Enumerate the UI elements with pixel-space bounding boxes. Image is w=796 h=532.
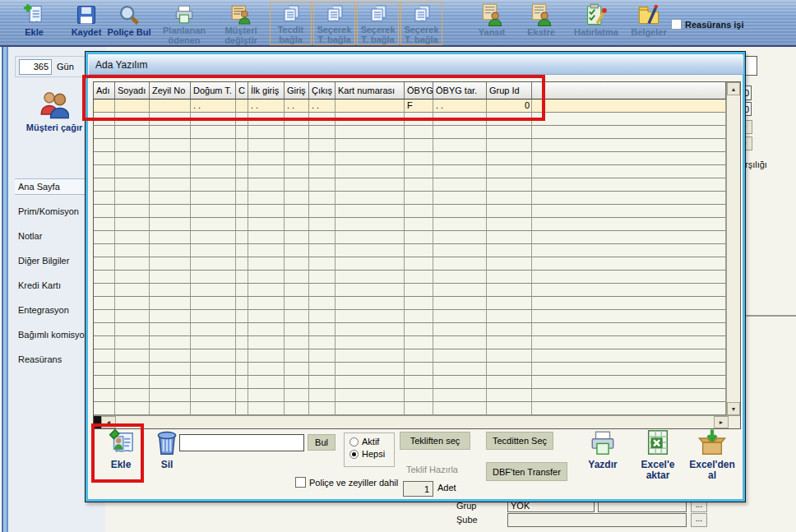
grid-cell[interactable] bbox=[236, 152, 248, 165]
grid-cell[interactable] bbox=[236, 376, 248, 389]
grid-cell[interactable] bbox=[309, 284, 336, 297]
grid-horizontal-scrollbar[interactable]: ◄ ► bbox=[94, 415, 741, 428]
grid-cell[interactable] bbox=[309, 402, 336, 415]
grid-cell[interactable] bbox=[309, 126, 336, 139]
grid-row[interactable] bbox=[94, 376, 726, 389]
grid-cell[interactable] bbox=[115, 297, 150, 310]
grid-cell[interactable] bbox=[285, 271, 309, 284]
reasurans-isi-checkbox[interactable] bbox=[671, 19, 682, 30]
grid-cell[interactable] bbox=[248, 244, 285, 257]
grid-cell[interactable] bbox=[285, 126, 309, 139]
grid-cell[interactable] bbox=[487, 113, 532, 126]
grid-cell[interactable] bbox=[532, 205, 726, 218]
days-input[interactable] bbox=[19, 59, 52, 75]
toolbar-yansit-button[interactable]: Yansıt bbox=[469, 2, 515, 45]
grid-cell[interactable] bbox=[487, 165, 532, 178]
grid-cell[interactable] bbox=[150, 139, 191, 152]
grid-cell[interactable] bbox=[115, 389, 150, 402]
grid-cell[interactable] bbox=[532, 178, 726, 192]
grid-cell[interactable] bbox=[532, 310, 726, 323]
grid-cell[interactable] bbox=[532, 152, 726, 165]
dialog-title-bar[interactable]: Ada Yazılım bbox=[89, 55, 743, 75]
grid-cell[interactable] bbox=[336, 165, 405, 178]
grid-cell[interactable] bbox=[150, 310, 191, 323]
grid-cell[interactable] bbox=[236, 402, 248, 415]
grid-cell[interactable] bbox=[236, 257, 248, 271]
grid-cell[interactable] bbox=[285, 323, 309, 336]
grid-cell[interactable] bbox=[405, 389, 433, 402]
grid-row[interactable] bbox=[94, 336, 726, 349]
column-header-5[interactable]: İlk giriş bbox=[248, 82, 285, 99]
grid-cell[interactable] bbox=[487, 152, 532, 165]
grid-cell[interactable] bbox=[285, 389, 309, 402]
grid-cell[interactable] bbox=[309, 113, 336, 126]
grid-cell[interactable] bbox=[309, 297, 336, 310]
grid-cell[interactable] bbox=[236, 99, 248, 113]
grid-cell[interactable] bbox=[487, 376, 532, 389]
grid-row[interactable] bbox=[94, 218, 726, 231]
grid-cell[interactable] bbox=[236, 139, 248, 152]
grid-cell[interactable] bbox=[236, 205, 248, 218]
grid-row[interactable] bbox=[94, 192, 726, 205]
grid-cell[interactable] bbox=[336, 297, 405, 310]
grid-cell[interactable] bbox=[405, 323, 433, 336]
grid-row[interactable] bbox=[94, 231, 726, 244]
grid-row[interactable] bbox=[94, 126, 726, 139]
grid-cell[interactable] bbox=[236, 271, 248, 284]
grid-cell[interactable] bbox=[115, 152, 150, 165]
grid-cell[interactable] bbox=[433, 310, 487, 323]
sube-browse-button[interactable]: ... bbox=[691, 513, 707, 527]
grid-cell[interactable] bbox=[336, 389, 405, 402]
grid-cell[interactable] bbox=[191, 363, 236, 376]
grid-cell[interactable] bbox=[150, 99, 191, 113]
grid-cell[interactable] bbox=[236, 336, 248, 349]
sube-value-field[interactable] bbox=[507, 513, 687, 527]
grid-cell[interactable] bbox=[191, 152, 236, 165]
grid-cell[interactable] bbox=[405, 244, 433, 257]
grid-cell[interactable] bbox=[94, 284, 115, 297]
grid-cell[interactable] bbox=[236, 389, 248, 402]
column-header-4[interactable]: C bbox=[236, 82, 248, 99]
grid-cell[interactable] bbox=[150, 323, 191, 336]
grid-cell[interactable] bbox=[336, 310, 405, 323]
grid-cell[interactable] bbox=[336, 257, 405, 271]
toolbar-police-bul-button[interactable]: Poliçe Bul bbox=[104, 2, 155, 45]
grid-cell[interactable] bbox=[487, 139, 532, 152]
grid-cell[interactable] bbox=[532, 126, 726, 139]
grid-cell[interactable] bbox=[309, 376, 336, 389]
grid-cell[interactable] bbox=[285, 192, 309, 205]
grid-cell[interactable] bbox=[236, 192, 248, 205]
grid-row[interactable] bbox=[94, 178, 726, 192]
grid-cell[interactable] bbox=[150, 192, 191, 205]
grid-cell[interactable] bbox=[191, 336, 236, 349]
grid-cell[interactable] bbox=[433, 113, 487, 126]
grid-cell[interactable] bbox=[433, 139, 487, 152]
grid-cell[interactable] bbox=[405, 363, 433, 376]
grid-cell[interactable] bbox=[115, 402, 150, 415]
grid-cell[interactable] bbox=[532, 113, 726, 126]
column-header-2[interactable]: Zeyil No bbox=[150, 82, 191, 99]
grid-cell[interactable] bbox=[191, 244, 236, 257]
grid-cell[interactable] bbox=[248, 297, 285, 310]
grid-cell[interactable] bbox=[94, 402, 115, 415]
grid-cell[interactable] bbox=[236, 165, 248, 178]
grid-cell[interactable] bbox=[433, 218, 487, 231]
grid-cell[interactable] bbox=[150, 231, 191, 244]
grid-cell[interactable] bbox=[94, 323, 115, 336]
grid-cell[interactable] bbox=[150, 284, 191, 297]
grid-cell[interactable] bbox=[285, 178, 309, 192]
grid-cell[interactable] bbox=[94, 389, 115, 402]
grid-cell[interactable] bbox=[405, 218, 433, 231]
grid-cell[interactable] bbox=[532, 376, 726, 389]
grid-cell[interactable] bbox=[285, 297, 309, 310]
grid-cell[interactable] bbox=[285, 165, 309, 178]
grid-cell[interactable] bbox=[405, 231, 433, 244]
grid-cell[interactable] bbox=[405, 113, 433, 126]
grid-cell[interactable] bbox=[336, 244, 405, 257]
grid-cell[interactable] bbox=[285, 152, 309, 165]
grid-cell[interactable] bbox=[336, 178, 405, 192]
grid-cell[interactable] bbox=[115, 218, 150, 231]
grid-cell[interactable] bbox=[336, 323, 405, 336]
grid-cell[interactable] bbox=[433, 389, 487, 402]
grid-cell[interactable] bbox=[94, 205, 115, 218]
